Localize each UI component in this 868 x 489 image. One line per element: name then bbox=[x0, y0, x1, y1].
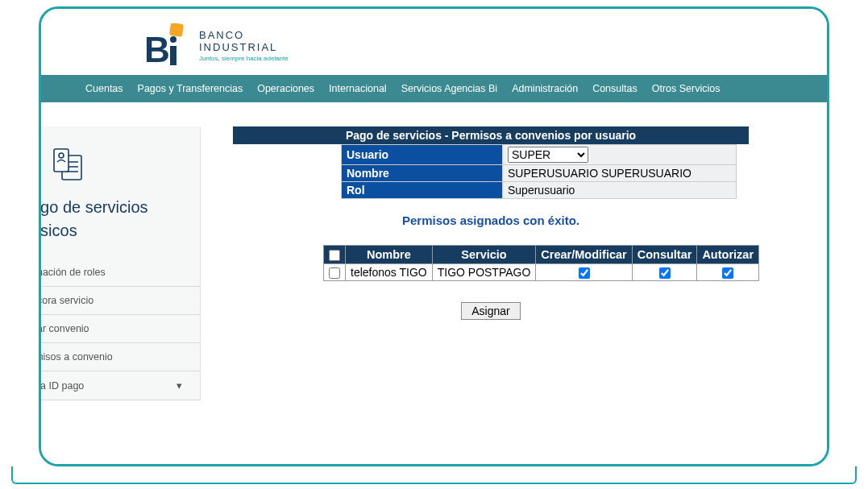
nav-agencias[interactable]: Servicios Agencias Bi bbox=[401, 83, 498, 94]
col-crear: Crear/Modificar bbox=[536, 246, 632, 264]
cell-nombre: telefonos TIGO bbox=[346, 264, 433, 281]
nav-otros[interactable]: Otros Servicios bbox=[652, 83, 721, 94]
sidebar-item-roles[interactable]: gnación de roles bbox=[41, 259, 200, 287]
device-base bbox=[11, 466, 857, 484]
col-autorizar: Autorizar bbox=[697, 246, 759, 264]
row-select-checkbox[interactable] bbox=[329, 267, 340, 279]
nav-operaciones[interactable]: Operaciones bbox=[257, 83, 314, 94]
rol-value: Superusuario bbox=[503, 182, 737, 199]
permissions-table: Nombre Servicio Crear/Modificar Consulta… bbox=[323, 245, 759, 281]
user-info-table: Usuario SUPER Nombre SUPERUSUARIO SUPERU… bbox=[341, 144, 737, 199]
col-consultar: Consultar bbox=[632, 246, 697, 264]
sidebar-item-label: rga ID pago bbox=[41, 380, 84, 392]
svg-text:B: B bbox=[144, 30, 170, 67]
usuario-label: Usuario bbox=[342, 145, 503, 165]
usuario-select[interactable]: SUPER bbox=[508, 147, 588, 163]
sidebar-item-permisos[interactable]: rmisos a convenio bbox=[41, 343, 200, 371]
nombre-label: Nombre bbox=[342, 165, 503, 182]
nav-pagos[interactable]: Pagos y Transferencias bbox=[138, 83, 243, 94]
logo-area: B BANCO INDUSTRIAL Juntos, siempre hacia… bbox=[41, 9, 827, 75]
main-content: Pago de servicios - Permisos a convenios… bbox=[201, 126, 827, 400]
top-nav: Cuentas Pagos y Transferencias Operacion… bbox=[41, 75, 827, 102]
success-message: Permisos asignados con éxito. bbox=[233, 213, 749, 227]
section-header: Pago de servicios - Permisos a convenios… bbox=[233, 126, 749, 144]
cell-servicio: TIGO POSTPAGO bbox=[432, 264, 536, 281]
select-all-checkbox[interactable] bbox=[329, 250, 340, 261]
sidebar-item-label: rmisos a convenio bbox=[41, 351, 113, 363]
sidebar-title-2: ásicos bbox=[41, 221, 200, 251]
assign-button[interactable]: Asignar bbox=[461, 302, 520, 320]
logo-brand-1: BANCO bbox=[199, 29, 289, 41]
logo-brand-2: INDUSTRIAL bbox=[199, 41, 289, 53]
nombre-value: SUPERUSUARIO SUPERUSUARIO bbox=[503, 165, 737, 182]
nav-internacional[interactable]: Internacional bbox=[329, 83, 387, 94]
crear-checkbox[interactable] bbox=[579, 267, 590, 279]
svg-point-3 bbox=[170, 36, 177, 43]
svg-rect-0 bbox=[169, 23, 184, 37]
consultar-checkbox[interactable] bbox=[659, 267, 671, 279]
autorizar-checkbox[interactable] bbox=[722, 267, 733, 279]
sidebar-item-crear[interactable]: ear convenio bbox=[41, 315, 200, 343]
sidebar: ago de servicios ásicos gnación de roles… bbox=[41, 126, 201, 400]
logo-tagline: Juntos, siempre hacia adelante bbox=[199, 55, 289, 62]
sidebar-item-carga[interactable]: rga ID pago ▾ bbox=[41, 371, 200, 400]
rol-label: Rol bbox=[342, 182, 503, 199]
chevron-down-icon: ▾ bbox=[177, 379, 193, 392]
sidebar-item-label: gnación de roles bbox=[41, 267, 106, 278]
sidebar-item-label: ear convenio bbox=[41, 323, 89, 334]
nav-cuentas[interactable]: Cuentas bbox=[85, 83, 123, 94]
logo-icon: B bbox=[144, 23, 189, 67]
sidebar-item-bitacora[interactable]: ácora servicio bbox=[41, 287, 200, 315]
sidebar-item-label: ácora servicio bbox=[41, 295, 93, 306]
nav-administracion[interactable]: Administración bbox=[512, 83, 578, 94]
svg-rect-2 bbox=[170, 46, 177, 65]
table-row: telefonos TIGO TIGO POSTPAGO bbox=[324, 264, 759, 281]
sidebar-icon bbox=[41, 144, 200, 186]
col-nombre: Nombre bbox=[346, 246, 433, 264]
nav-consultas[interactable]: Consultas bbox=[592, 83, 638, 94]
col-servicio: Servicio bbox=[432, 246, 536, 264]
